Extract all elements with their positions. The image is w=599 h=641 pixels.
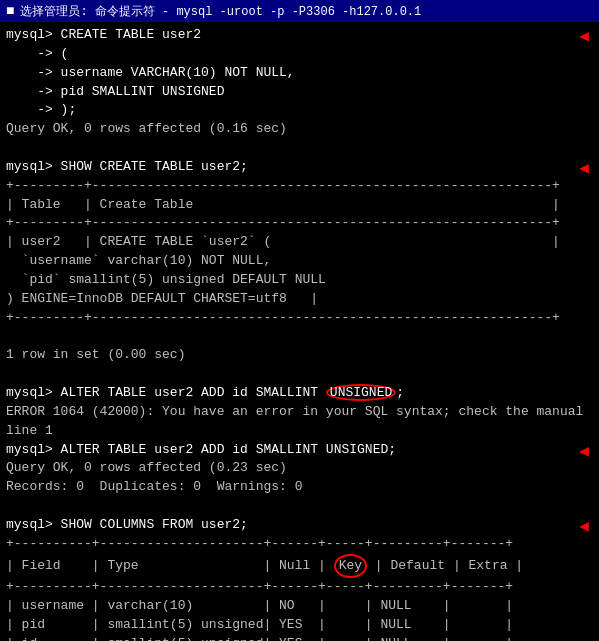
table-row-4: ) ENGINE=InnoDB DEFAULT CHARSET=utf8 | [6,290,593,309]
col-border-2: +----------+---------------------+------… [6,578,593,597]
table-header: | Table | Create Table | [6,196,593,215]
arrow-icon: ◀ [579,26,589,49]
line-query-ok-2: Query OK, 0 rows affected (0.23 sec) [6,459,593,478]
title-text: 选择管理员: 命令提示符 - mysql -uroot -p -P3306 -h… [20,3,421,20]
line-blank-2 [6,328,593,347]
terminal-area: mysql> CREATE TABLE user2 ◀ -> ( -> user… [0,22,599,641]
unsigned-circle: UNSIGNED [326,384,396,401]
arrow-icon-3: ◀ [579,441,589,464]
line-blank-3 [6,365,593,384]
col-row-id: | id | smallint(5) unsigned| YES | | NUL… [6,635,593,641]
table-border-1: +---------+-----------------------------… [6,177,593,196]
col-border-1: +----------+---------------------+------… [6,535,593,554]
key-header-circle: Key [334,554,367,579]
row-count-1: 1 row in set (0.00 sec) [6,346,593,365]
line-text: mysql> CREATE TABLE user2 [6,26,593,45]
line-4: -> pid SMALLINT UNSIGNED [6,83,593,102]
col-header: | Field | Type | Null | Key | Default | … [6,554,593,579]
table-border-3: +---------+-----------------------------… [6,309,593,328]
line-3: -> username VARCHAR(10) NOT NULL, [6,64,593,83]
line-6: Query OK, 0 rows affected (0.16 sec) [6,120,593,139]
line-alter-error: mysql> ALTER TABLE user2 ADD id SMALLINT… [6,384,593,403]
line-show-create: mysql> SHOW CREATE TABLE user2; ◀ [6,158,593,177]
line-5: -> ); [6,101,593,120]
line-alter-ok: mysql> ALTER TABLE user2 ADD id SMALLINT… [6,441,593,460]
table-border-2: +---------+-----------------------------… [6,214,593,233]
line-records-1: Records: 0 Duplicates: 0 Warnings: 0 [6,478,593,497]
line-error-2: line 1 [6,422,593,441]
title-bar: ■ 选择管理员: 命令提示符 - mysql -uroot -p -P3306 … [0,0,599,22]
line-error-1: ERROR 1064 (42000): You have an error in… [6,403,593,422]
table-row-1: | user2 | CREATE TABLE `user2` ( | [6,233,593,252]
col-row-pid: | pid | smallint(5) unsigned| YES | | NU… [6,616,593,635]
terminal-icon: ■ [6,3,14,19]
col-row-username: | username | varchar(10) | NO | | NULL |… [6,597,593,616]
line-show-columns: mysql> SHOW COLUMNS FROM user2; ◀ [6,516,593,535]
line-blank-1 [6,139,593,158]
line-2: -> ( [6,45,593,64]
line-blank-4 [6,497,593,516]
arrow-icon-4: ◀ [579,516,589,539]
line-create-table: mysql> CREATE TABLE user2 ◀ [6,26,593,45]
line-text: mysql> SHOW CREATE TABLE user2; [6,158,593,177]
arrow-icon-2: ◀ [579,158,589,181]
table-row-2: `username` varchar(10) NOT NULL, [6,252,593,271]
line-text: mysql> ALTER TABLE user2 ADD id SMALLINT… [6,441,593,460]
table-row-3: `pid` smallint(5) unsigned DEFAULT NULL [6,271,593,290]
line-text: mysql> SHOW COLUMNS FROM user2; [6,516,593,535]
